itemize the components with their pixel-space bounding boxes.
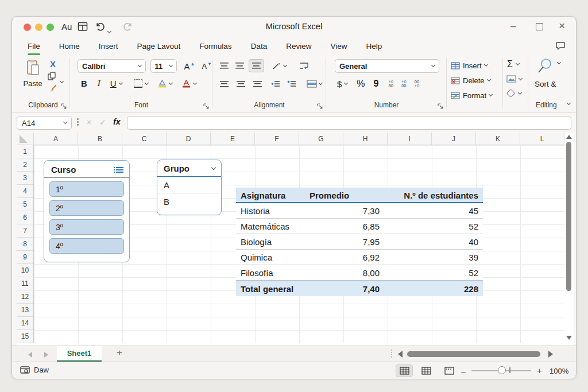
align-left-icon[interactable] <box>220 81 229 87</box>
italic-button[interactable]: I <box>98 79 100 88</box>
row-header[interactable]: 15 <box>17 330 33 343</box>
comma-style-icon[interactable]: 9 <box>374 79 379 89</box>
clipboard-dialog-launcher-icon[interactable] <box>61 103 67 109</box>
grupo-item-b[interactable]: B <box>157 193 221 209</box>
align-bottom-icon[interactable] <box>249 59 264 72</box>
row-header[interactable]: 3 <box>17 172 33 185</box>
hscroll-right-icon[interactable] <box>548 351 553 358</box>
slicer-item-1[interactable]: 1º <box>49 181 124 197</box>
currency-icon[interactable]: $ <box>337 79 342 89</box>
currency-chevron-icon[interactable] <box>344 81 348 85</box>
find-chevron-icon[interactable] <box>557 60 561 64</box>
column-header[interactable]: A <box>34 133 78 145</box>
font-size-select[interactable]: 11 <box>150 59 177 73</box>
row-header[interactable]: 1 <box>17 145 33 158</box>
increase-indent-icon[interactable] <box>287 80 296 87</box>
row-header[interactable]: 13 <box>17 304 33 317</box>
percent-icon[interactable]: % <box>357 79 365 89</box>
merge-center-icon[interactable] <box>307 80 317 88</box>
scroll-down-icon[interactable] <box>566 336 572 340</box>
clear-chevron-icon[interactable] <box>518 90 522 94</box>
font-color-chevron-icon[interactable] <box>193 80 197 84</box>
align-top-icon[interactable] <box>220 63 229 69</box>
table-row[interactable]: Matemáticas 6,85 52 <box>236 219 483 234</box>
hscroll-left-icon[interactable] <box>398 351 403 358</box>
next-sheet-icon[interactable] <box>44 352 48 358</box>
column-header[interactable]: G <box>299 133 343 145</box>
font-color-icon[interactable] <box>181 79 191 88</box>
column-header[interactable]: B <box>78 133 122 145</box>
zoom-in-button[interactable]: + <box>537 366 542 375</box>
row-header[interactable]: 12 <box>17 290 33 304</box>
merge-center-chevron-icon[interactable] <box>319 81 323 85</box>
table-row[interactable]: Quimica 6,92 39 <box>236 250 483 265</box>
font-dialog-launcher-icon[interactable] <box>203 103 209 109</box>
wrap-text-icon[interactable] <box>299 61 309 70</box>
vertical-scroll-thumb[interactable] <box>566 142 571 291</box>
zoom-out-button[interactable]: – <box>461 366 466 376</box>
slicer-item-4[interactable]: 4º <box>49 238 124 254</box>
clear-icon[interactable] <box>506 89 516 98</box>
maximize-button[interactable] <box>536 23 543 30</box>
name-box[interactable]: A14 <box>17 116 72 130</box>
alignment-dialog-launcher-icon[interactable] <box>317 103 323 109</box>
decimal-style-icon[interactable]: 00 +0 <box>415 80 420 88</box>
formula-input[interactable] <box>127 116 571 130</box>
menu-formulas[interactable]: Formulas <box>199 42 231 51</box>
scroll-up-icon[interactable] <box>566 135 572 139</box>
grupo-dropdown[interactable]: Grupo <box>157 160 221 177</box>
row-header[interactable]: 5 <box>17 198 33 211</box>
multiselect-icon[interactable] <box>116 167 123 173</box>
column-header[interactable]: I <box>388 133 432 145</box>
insert-cells-button[interactable]: Insert <box>451 58 488 73</box>
column-header[interactable]: C <box>122 133 167 145</box>
insert-function-icon[interactable]: fx <box>113 117 121 126</box>
bold-button[interactable]: B <box>81 79 87 88</box>
column-header[interactable]: K <box>476 133 520 145</box>
slicer-item-3[interactable]: 3º <box>49 219 124 235</box>
enter-icon[interactable]: ✓ <box>99 118 106 127</box>
vertical-scrollbar[interactable] <box>564 133 574 343</box>
delete-cells-button[interactable]: Delete <box>451 73 490 88</box>
row-header[interactable]: 10 <box>17 264 33 277</box>
column-header[interactable]: F <box>255 133 299 145</box>
column-header[interactable]: L <box>520 133 564 145</box>
menu-home[interactable]: Home <box>59 42 80 51</box>
number-dialog-launcher-icon[interactable] <box>438 103 443 109</box>
comments-icon[interactable] <box>555 41 566 51</box>
row-header[interactable]: 6 <box>17 211 33 224</box>
column-header[interactable]: D <box>167 133 211 145</box>
add-sheet-button[interactable]: + <box>117 347 122 359</box>
copy-chevron-icon[interactable] <box>60 75 63 85</box>
page-layout-view-button[interactable] <box>417 364 435 377</box>
menu-view[interactable]: View <box>330 42 347 51</box>
number-format-select[interactable]: General <box>335 59 439 73</box>
menu-data[interactable]: Data <box>251 42 268 51</box>
row-header[interactable]: 9 <box>17 251 33 264</box>
orientation-icon[interactable] <box>272 61 281 70</box>
fill-color-chevron-icon[interactable] <box>169 80 173 84</box>
page-break-view-button[interactable] <box>440 364 458 377</box>
column-header[interactable]: H <box>343 133 388 145</box>
underline-chevron-icon[interactable] <box>119 80 123 84</box>
editing-chevron-icon[interactable] <box>567 96 570 107</box>
align-center-icon[interactable] <box>237 81 245 87</box>
horizontal-scroll-thumb[interactable] <box>407 351 540 357</box>
close-button[interactable]: × <box>559 20 565 32</box>
menu-review[interactable]: Review <box>286 42 311 51</box>
row-header[interactable]: 14 <box>17 317 33 330</box>
row-header[interactable]: 7 <box>17 224 33 238</box>
underline-button[interactable]: U <box>110 79 117 88</box>
fill-color-icon[interactable] <box>157 79 167 88</box>
column-header[interactable]: J <box>432 133 476 145</box>
autosum-icon[interactable]: Σ <box>507 59 513 69</box>
normal-view-button[interactable] <box>396 364 413 377</box>
menu-page-layout[interactable]: Page Lavout <box>137 42 181 51</box>
grow-font-button[interactable]: A▲ <box>184 61 195 71</box>
font-name-select[interactable]: Callbri <box>78 59 146 73</box>
paste-button[interactable]: Paste <box>21 59 44 88</box>
align-right-icon[interactable] <box>253 81 262 87</box>
align-middle-icon[interactable] <box>235 63 244 69</box>
decrease-indent-icon[interactable] <box>271 80 280 87</box>
fill-icon[interactable] <box>506 75 516 83</box>
